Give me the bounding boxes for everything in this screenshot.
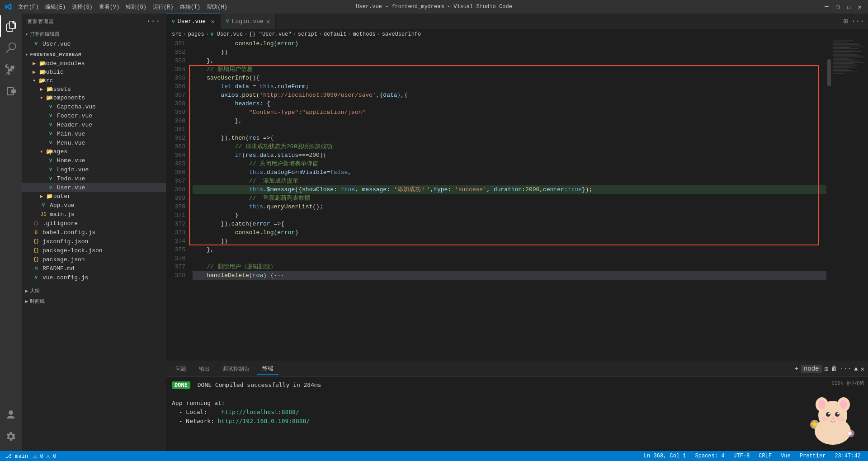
code-line-356: let data = this.ruleForm; [193,82,826,91]
vue-file-icon: V [33,40,40,47]
sidebar-item-login[interactable]: V Login.vue [22,165,166,174]
panel-tab-terminal[interactable]: 终端 [257,363,278,375]
search-icon[interactable] [0,37,22,59]
status-position[interactable]: Ln 368, Col 1 [642,453,688,459]
maximize-panel-icon[interactable]: ▲ [854,365,858,372]
menu-select[interactable]: 选择(S) [69,2,95,12]
menu-edit[interactable]: 编辑(E) [42,2,69,12]
scrollbar-thumb[interactable] [827,59,831,86]
status-encoding[interactable]: UTF-8 [731,453,751,459]
open-editor-user-vue[interactable]: V User.vue [22,39,166,48]
menu-terminal[interactable]: 终端(T) [177,2,203,12]
panel-tab-output[interactable]: 输出 [193,363,215,375]
vertical-scrollbar[interactable] [826,39,832,361]
code-line-358: headers: { [193,99,826,108]
menu-help[interactable]: 帮助(H) [204,2,230,12]
sidebar-item-router[interactable]: ▶ 📁 router [22,192,166,201]
sidebar-item-footer[interactable]: V Footer.vue [22,111,166,120]
extensions-icon[interactable] [0,80,22,102]
sidebar-item-header[interactable]: V Header.vue [22,120,166,129]
status-errors[interactable]: ⚠ 0 △ 0 [33,453,56,460]
sidebar-more-button[interactable]: ··· [146,17,160,25]
status-prettier[interactable]: Prettier [798,453,828,459]
outline-section[interactable]: ▶ 大纲 [22,286,166,296]
sidebar-item-jsconfig[interactable]: {} jsconfig.json [22,237,166,246]
sidebar-item-pages[interactable]: ▾ 📂 pages [22,147,166,156]
project-root[interactable]: ▾ FRONTEND_MYDREAM [22,50,166,59]
status-branch[interactable]: ⎇ main [5,453,28,460]
sidebar-item-readme[interactable]: M README.md [22,264,166,273]
sidebar-item-main[interactable]: V Main.vue [22,129,166,138]
code-line-365: // 关闭用户新增表单弹窗 [193,160,826,168]
sidebar-item-assets[interactable]: ▶ 📁 assets [22,85,166,94]
node-modules-label: node_modules [42,60,85,67]
code-line-362: }).then(res =>{ [193,134,826,142]
sidebar-item-package[interactable]: {} package.json [22,255,166,264]
close-button[interactable]: ✕ [856,2,863,12]
menu-view[interactable]: 查看(V) [96,2,123,12]
tab-user-vue[interactable]: V User.vue ✕ [166,14,221,29]
code-content[interactable]: console.log(error) }) }, // 新增用户信息 [189,39,826,361]
network-url[interactable]: http://192.168.0.109:8888/ [218,418,310,424]
tab-login-vue[interactable]: V Login.vue ✕ [221,14,276,29]
sidebar-item-main-js[interactable]: JS main.js [22,210,166,219]
panel-tab-problems[interactable]: 问题 [170,363,192,375]
account-icon[interactable] [0,404,22,426]
code-editor[interactable]: 351 352 353 354 355 356 357 358 359 360 … [166,39,868,361]
maximize-button[interactable]: ☐ [845,2,852,12]
open-editors-header[interactable]: ▾ 打开的编辑器 [22,29,166,39]
explorer-icon[interactable] [0,15,22,37]
sidebar-item-app[interactable]: V App.vue [22,201,166,210]
json-icon: {} [33,247,40,254]
sidebar-item-components[interactable]: ▾ 📂 components [22,94,166,102]
sidebar-item-babel[interactable]: B babel.config.js [22,228,166,237]
close-panel-icon[interactable]: ✕ [861,365,864,373]
timeline-section[interactable]: ▶ 时间线 [22,296,166,306]
breadcrumb-script-obj[interactable]: {} "User.vue" [249,31,292,38]
menu-file[interactable]: 文件(F) [15,2,42,12]
tab-close-button[interactable]: ✕ [211,18,215,25]
captcha-label: Captcha.vue [57,103,96,110]
local-url[interactable]: http://localhost:8888/ [222,409,299,415]
login-label: Login.vue [57,166,89,173]
menu-goto[interactable]: 转到(G) [123,2,149,12]
sidebar-item-user[interactable]: V User.vue [22,183,166,192]
sidebar-item-gitignore[interactable]: ⬡ .gitignore [22,219,166,228]
sidebar-item-vue-config[interactable]: V vue.config.js [22,273,166,282]
sidebar-item-todo[interactable]: V Todo.vue [22,174,166,183]
breadcrumb-file[interactable]: V User.vue [211,31,243,38]
window-controls[interactable]: ─ ❐ ☐ ✕ [823,2,863,12]
split-editor-icon[interactable]: ⊞ [844,17,848,26]
settings-icon[interactable] [0,426,22,447]
status-language[interactable]: Vue [779,453,793,459]
panel-tab-debug[interactable]: 调试控制台 [217,363,255,375]
kill-terminal-icon[interactable]: 🗑 [831,365,837,372]
sidebar-item-package-lock[interactable]: {} package-lock.json [22,246,166,255]
split-terminal-icon[interactable]: ⊞ [825,365,828,373]
breadcrumb-pages[interactable]: pages [188,31,204,38]
source-control-icon[interactable] [0,59,22,80]
sidebar-item-node-modules[interactable]: ▶ 📁 node_modules [22,59,166,68]
minimize-button[interactable]: ─ [823,2,830,11]
sidebar-item-public[interactable]: ▶ 📁 public [22,68,166,76]
title-bar-left: 文件(F) 编辑(E) 选择(S) 查看(V) 转到(G) 运行(R) 终端(T… [5,2,230,12]
sidebar-item-src[interactable]: ▾ 📂 src [22,76,166,85]
breadcrumb-script[interactable]: script [298,31,317,38]
breadcrumb-src[interactable]: src [172,31,182,38]
sidebar-item-captcha[interactable]: V Captcha.vue [22,102,166,111]
restore-button[interactable]: ❐ [834,2,841,12]
more-terminal-icon[interactable]: ··· [840,365,851,372]
add-terminal-icon[interactable]: + [794,365,798,372]
status-line-ending[interactable]: CRLF [757,453,774,459]
activity-bar-bottom [0,404,22,451]
menu-bar[interactable]: 文件(F) 编辑(E) 选择(S) 查看(V) 转到(G) 运行(R) 终端(T… [15,2,230,12]
breadcrumb-methods[interactable]: methods [353,31,375,38]
status-spaces[interactable]: Spaces: 4 [693,453,726,459]
sidebar-item-home[interactable]: V Home.vue [22,156,166,165]
breadcrumb-default[interactable]: default [324,31,346,38]
breadcrumb-save-user-info[interactable]: saveUserInfo [382,31,421,38]
more-actions-icon[interactable]: ··· [851,17,864,25]
tab-close-button[interactable]: ✕ [266,18,270,25]
menu-run[interactable]: 运行(R) [150,2,176,12]
sidebar-item-menu[interactable]: V Menu.vue [22,138,166,147]
